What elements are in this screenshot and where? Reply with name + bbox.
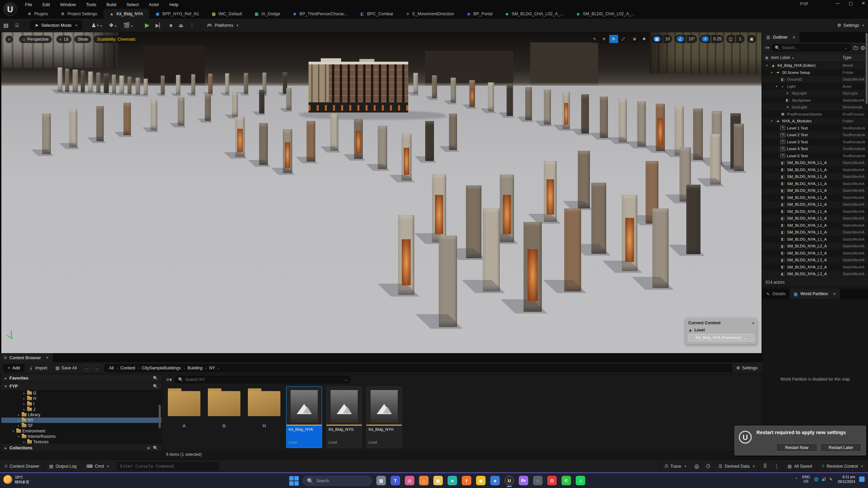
project-section[interactable]: ▾ FYP 🔍	[1, 382, 161, 390]
editor-tab-bp-thirdpersoncharac-[interactable]: ☻BP_ThirdPersonCharac...	[286, 9, 354, 19]
world-coordinate-toggle[interactable]: ⊕	[630, 35, 639, 43]
tab-details[interactable]: ✎ Details	[762, 289, 790, 299]
editor-tab-sm-bldg-cha-l02-a-[interactable]: ◆SM_BLDG_CHA_L02_A_...	[570, 9, 641, 19]
outliner-row[interactable]: ◧SM_BLDG_NYA_L1_AStaticMeshA	[762, 236, 868, 243]
tree-item-interiorroooms[interactable]: ▾InteriorRoooms	[1, 434, 161, 439]
taskbar-icon-firefox[interactable]: f	[462, 476, 471, 485]
tree-item-j[interactable]: ▸J	[1, 407, 161, 412]
editor-tab-bpp-nyg-ref-n1[interactable]: ▣BPP_NYG_Ref_N1	[149, 9, 205, 19]
tree-item-sf[interactable]: ▸SF	[1, 423, 161, 428]
platforms-dropdown[interactable]: 🎮 Platforms ▾	[203, 23, 242, 28]
kit-module[interactable]	[354, 119, 363, 159]
grid-snap-toggle[interactable]: ▦	[651, 35, 663, 43]
editor-tab-project-settings[interactable]: ⚙Project Settings	[54, 9, 103, 19]
close-icon[interactable]: ✕	[833, 292, 836, 296]
kit-module[interactable]	[161, 76, 165, 95]
kit-module[interactable]	[244, 73, 248, 94]
kit-module[interactable]	[637, 101, 646, 147]
insights-icon[interactable]: ◎	[691, 463, 703, 469]
kit-module[interactable]	[622, 195, 637, 271]
tab-outliner[interactable]: ☰ Outliner ✕	[762, 32, 800, 42]
kit-module[interactable]	[398, 215, 414, 295]
save-all-button[interactable]: ▤ Save All	[52, 364, 80, 372]
breadcrumb-item-content[interactable]: Content	[120, 366, 135, 370]
asset-search-input[interactable]	[185, 377, 342, 382]
search-icon[interactable]: 🔍	[153, 446, 158, 450]
tab-world-partition[interactable]: ▦ World Partition ✕	[790, 289, 840, 299]
tree-item-ny[interactable]: ▸NY	[1, 418, 161, 423]
expander-icon[interactable]: ▸	[17, 413, 20, 416]
kit-module[interactable]	[73, 69, 78, 92]
cmd-dropdown[interactable]: ⌨ Cmd ▾	[82, 460, 114, 472]
outliner-row[interactable]: ◧SM_BLDG_NYA_L1_AStaticMeshA	[762, 180, 868, 187]
kit-module[interactable]	[734, 124, 744, 171]
kit-module[interactable]	[176, 75, 180, 95]
start-button[interactable]	[289, 476, 299, 486]
tree-item-environment[interactable]: ▾Environment	[1, 428, 161, 434]
outliner-row[interactable]: ◧SkySphereStaticMeshA	[762, 97, 868, 104]
kit-module[interactable]	[112, 75, 116, 94]
taskbar-icon-teams[interactable]: T	[391, 476, 400, 485]
outliner-scrollbar[interactable]	[866, 33, 868, 104]
output-log-button[interactable]: ▤ Output Log	[44, 460, 82, 472]
kit-module[interactable]	[544, 89, 551, 125]
tree-scrollbar[interactable]	[159, 405, 161, 428]
stop-button[interactable]: ■	[166, 22, 176, 28]
kit-module[interactable]	[81, 70, 85, 93]
scale-snap-value[interactable]: 0.25	[711, 35, 724, 43]
tree-item-i[interactable]: ▸I	[1, 401, 161, 407]
outliner-row[interactable]: ◧SM_BLDG_NYA_L2_AStaticMeshA	[762, 264, 868, 271]
camera-speed-icon[interactable]: ◫	[726, 35, 735, 43]
menu-edit[interactable]: Edit	[38, 1, 54, 8]
outliner-row[interactable]: ◧SM_BLDG_NYA_L2_AStaticMeshA	[762, 270, 868, 278]
select-tool[interactable]: ↖	[590, 35, 599, 43]
kit-module[interactable]	[286, 88, 292, 110]
menu-build[interactable]: Build	[102, 1, 120, 8]
kit-module[interactable]	[232, 92, 238, 117]
outliner-row[interactable]: ◧SM_BLDG_NYA_L1_AStaticMeshA	[762, 215, 868, 222]
play-button[interactable]: ▶	[142, 22, 152, 29]
kit-module[interactable]	[500, 175, 514, 242]
asset-tile-kit_bldg_nyh[interactable]: Kit_Bldg_NYHLevel	[366, 386, 402, 448]
breadcrumb-item-all[interactable]: All	[109, 366, 114, 370]
menu-actor[interactable]: Actor	[145, 1, 163, 8]
tray-overflow-chevron-icon[interactable]: ⌃	[795, 477, 798, 482]
filter-icon[interactable]: ≡▾	[166, 377, 172, 383]
tree-item-library[interactable]: ▸Library	[1, 412, 161, 418]
taskbar-search-input[interactable]	[316, 479, 369, 483]
taskbar-icon-copilot[interactable]: ◎	[405, 476, 414, 485]
kit-module[interactable]	[144, 79, 148, 95]
current-level-dropdown[interactable]: Kit_Bldg_NYA (Persistent) ⌄	[688, 334, 754, 342]
expander-icon[interactable]: ▸	[22, 441, 26, 444]
kit-module[interactable]	[65, 68, 69, 92]
source-control-save-status[interactable]: ▤ All Saved	[783, 460, 817, 472]
kit-module[interactable]	[581, 94, 589, 134]
kit-module[interactable]	[178, 97, 184, 126]
scale-snap-toggle[interactable]: ↗	[700, 35, 711, 43]
revision-control-dropdown[interactable]: ⑂ Revision Control ▾	[817, 460, 868, 472]
kit-module[interactable]	[488, 82, 494, 111]
maximize-viewport-button[interactable]: ▣	[747, 35, 756, 43]
surface-snap-toggle[interactable]: ❖	[640, 35, 649, 43]
taskbar-icon-task-view[interactable]: ▦	[376, 476, 386, 485]
expander-icon[interactable]: ▾	[765, 64, 769, 67]
kit-module[interactable]	[425, 121, 434, 161]
import-button[interactable]: ⭳ Import	[26, 364, 51, 372]
kit-module[interactable]	[710, 134, 721, 185]
expander-icon[interactable]: ▾	[17, 435, 20, 438]
kit-module[interactable]	[466, 185, 481, 258]
outliner-row[interactable]: ◧SM_BLDG_NYA_L1_AStaticMeshA	[762, 173, 868, 180]
outliner-row[interactable]: ◧Ground2StaticMeshA	[762, 76, 868, 83]
forward-button[interactable]: →	[93, 364, 100, 372]
kit-module[interactable]	[600, 97, 608, 138]
breadcrumb-item-ny[interactable]: NY	[209, 366, 215, 370]
outliner-row[interactable]: ◧SM_BLDG_NYA_L1_AStaticMeshA	[762, 222, 868, 229]
window-maximize-button[interactable]: ▢	[849, 1, 853, 6]
filter-icon[interactable]: ≡▾	[765, 45, 769, 50]
expander-icon[interactable]: ▸	[17, 424, 20, 427]
kit-module[interactable]	[283, 129, 292, 173]
kit-module[interactable]	[205, 95, 211, 121]
gear-icon[interactable]: ⚙	[861, 45, 865, 51]
close-icon[interactable]: ✕	[46, 355, 49, 360]
taskbar-icon-unreal[interactable]: U	[505, 476, 514, 485]
